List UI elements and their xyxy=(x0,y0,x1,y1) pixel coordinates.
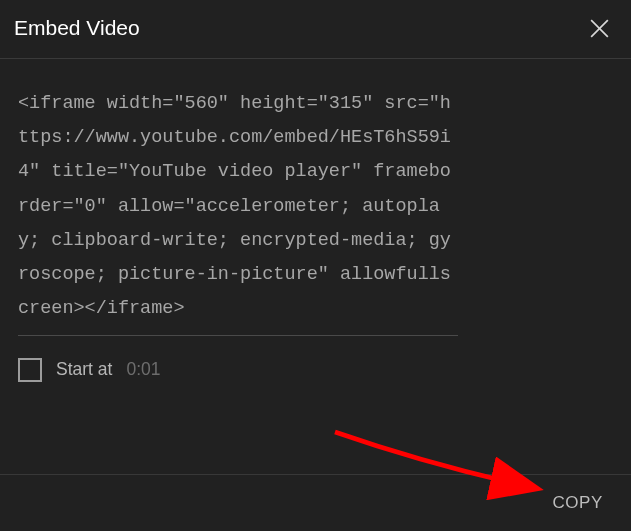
dialog-title: Embed Video xyxy=(14,16,140,40)
start-at-checkbox[interactable] xyxy=(18,358,42,382)
copy-button[interactable]: COPY xyxy=(552,493,603,513)
scroll-area[interactable]: <iframe width="560" height="315" src="ht… xyxy=(0,59,631,474)
dialog-body: <iframe width="560" height="315" src="ht… xyxy=(0,59,631,474)
embed-video-dialog: Embed Video <iframe width="560" height="… xyxy=(0,0,631,531)
start-at-row: Start at 0:01 xyxy=(18,358,617,396)
close-button[interactable] xyxy=(585,14,613,42)
dialog-footer: COPY xyxy=(0,474,631,531)
embed-code-text[interactable]: <iframe width="560" height="315" src="ht… xyxy=(18,87,458,336)
start-at-label: Start at xyxy=(56,359,112,380)
close-icon xyxy=(587,16,612,41)
start-at-time: 0:01 xyxy=(126,359,160,380)
spacer xyxy=(18,396,617,474)
dialog-header: Embed Video xyxy=(0,0,631,59)
